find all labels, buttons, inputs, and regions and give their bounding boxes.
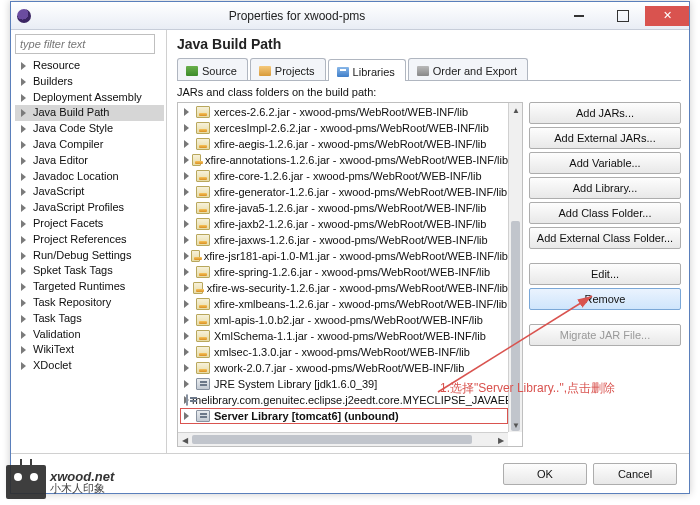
tree-item[interactable]: Targeted Runtimes [15,279,164,295]
expand-icon[interactable] [182,187,192,197]
list-row[interactable]: xfire-jaxb2-1.2.6.jar - xwood-pms/WebRoo… [180,216,508,232]
category-tree[interactable]: ResourceBuildersDeployment AssemblyJava … [13,58,164,374]
expand-icon[interactable] [182,315,192,325]
list-row[interactable]: xfire-jsr181-api-1.0-M1.jar - xwood-pms/… [180,248,508,264]
tree-item[interactable]: Javadoc Location [15,169,164,185]
tab-source[interactable]: Source [177,58,248,80]
expand-icon[interactable] [182,203,192,213]
expand-icon[interactable] [182,123,192,133]
list-row[interactable]: XmlSchema-1.1.jar - xwood-pms/WebRoot/WE… [180,328,508,344]
add-class-folder-button[interactable]: Add Class Folder... [529,202,681,224]
list-row[interactable]: xfire-aegis-1.2.6.jar - xwood-pms/WebRoo… [180,136,508,152]
expand-icon[interactable] [182,267,192,277]
expand-icon[interactable] [182,347,192,357]
tree-item[interactable]: Resource [15,58,164,74]
list-row[interactable]: xerces-2.6.2.jar - xwood-pms/WebRoot/WEB… [180,104,508,120]
jar-icon [196,106,210,118]
vscroll-thumb[interactable] [511,221,520,431]
tree-item[interactable]: Task Repository [15,295,164,311]
scroll-right-icon[interactable]: ▶ [494,433,508,447]
tab-projects[interactable]: Projects [250,58,326,80]
tree-item[interactable]: Spket Task Tags [15,263,164,279]
edit-button[interactable]: Edit... [529,263,681,285]
tree-item[interactable]: Builders [15,74,164,90]
list-row[interactable]: melibrary.com.genuitec.eclipse.j2eedt.co… [180,392,508,408]
vertical-scrollbar[interactable]: ▲ ▼ [508,103,522,432]
expand-icon[interactable] [182,251,187,261]
library-icon [186,394,188,406]
horizontal-scrollbar[interactable]: ◀ ▶ [178,432,508,446]
maximize-button[interactable] [601,6,645,26]
list-row[interactable]: xwork-2.0.7.jar - xwood-pms/WebRoot/WEB-… [180,360,508,376]
jar-icon [196,122,210,134]
expand-icon[interactable] [182,107,192,117]
tree-item[interactable]: Validation [15,327,164,343]
list-row[interactable]: xfire-core-1.2.6.jar - xwood-pms/WebRoot… [180,168,508,184]
add-external-class-folder-button[interactable]: Add External Class Folder... [529,227,681,249]
expand-icon[interactable] [182,171,192,181]
list-row-label: xfire-core-1.2.6.jar - xwood-pms/WebRoot… [214,170,482,182]
filter-input[interactable] [15,34,155,54]
tree-item[interactable]: JavaScript [15,184,164,200]
list-row[interactable]: xfire-xmlbeans-1.2.6.jar - xwood-pms/Web… [180,296,508,312]
expand-icon[interactable] [182,299,192,309]
scroll-down-icon[interactable]: ▼ [509,418,523,432]
window-title: Properties for xwood-pms [37,9,557,23]
list-row-label: xerces-2.6.2.jar - xwood-pms/WebRoot/WEB… [214,106,468,118]
tree-item[interactable]: Project Facets [15,216,164,232]
tree-item[interactable]: WikiText [15,342,164,358]
tree-item[interactable]: Project References [15,232,164,248]
tree-item[interactable]: Java Editor [15,153,164,169]
tree-item[interactable]: JavaScript Profiles [15,200,164,216]
action-button-column: Add JARs...Add External JARs...Add Varia… [529,102,681,447]
expand-icon[interactable] [182,219,192,229]
list-row[interactable]: xercesImpl-2.6.2.jar - xwood-pms/WebRoot… [180,120,508,136]
tab-libraries[interactable]: Libraries [328,59,406,81]
list-row[interactable]: xfire-generator-1.2.6.jar - xwood-pms/We… [180,184,508,200]
list-row-label: xfire-ws-security-1.2.6.jar - xwood-pms/… [207,282,508,294]
tree-item[interactable]: XDoclet [15,358,164,374]
tree-item[interactable]: Java Build Path [15,105,164,121]
tab-order-and-export[interactable]: Order and Export [408,58,528,80]
expand-icon[interactable] [182,283,189,293]
list-row[interactable]: xfire-spring-1.2.6.jar - xwood-pms/WebRo… [180,264,508,280]
list-row[interactable]: xfire-ws-security-1.2.6.jar - xwood-pms/… [180,280,508,296]
scroll-up-icon[interactable]: ▲ [509,103,523,117]
expand-icon[interactable] [182,155,188,165]
jar-list[interactable]: xerces-2.6.2.jar - xwood-pms/WebRoot/WEB… [178,103,508,432]
remove-button[interactable]: Remove [529,288,681,310]
list-row[interactable]: xmlsec-1.3.0.jar - xwood-pms/WebRoot/WEB… [180,344,508,360]
add-library-button[interactable]: Add Library... [529,177,681,199]
list-row[interactable]: Server Library [tomcat6] (unbound) [180,408,508,424]
expand-icon[interactable] [182,139,192,149]
tree-item[interactable]: Deployment Assembly [15,90,164,106]
jar-icon [196,138,210,150]
tree-item[interactable]: Task Tags [15,311,164,327]
expand-icon[interactable] [182,379,192,389]
add-variable-button[interactable]: Add Variable... [529,152,681,174]
ok-button[interactable]: OK [503,463,587,485]
tree-item[interactable]: Run/Debug Settings [15,248,164,264]
list-row[interactable]: xfire-jaxws-1.2.6.jar - xwood-pms/WebRoo… [180,232,508,248]
hscroll-thumb[interactable] [192,435,472,444]
list-row[interactable]: xml-apis-1.0.b2.jar - xwood-pms/WebRoot/… [180,312,508,328]
tree-item[interactable]: Java Code Style [15,121,164,137]
expand-icon[interactable] [182,235,192,245]
add-jars-button[interactable]: Add JARs... [529,102,681,124]
migrate-jar-file-button[interactable]: Migrate JAR File... [529,324,681,346]
jar-icon [196,186,210,198]
add-external-jars-button[interactable]: Add External JARs... [529,127,681,149]
list-row-label: XmlSchema-1.1.jar - xwood-pms/WebRoot/WE… [214,330,486,342]
list-row[interactable]: xfire-java5-1.2.6.jar - xwood-pms/WebRoo… [180,200,508,216]
expand-icon[interactable] [182,411,192,421]
close-button[interactable] [645,6,689,26]
tab-label: Libraries [353,66,395,78]
expand-icon[interactable] [182,331,192,341]
minimize-button[interactable] [557,6,601,26]
list-row[interactable]: JRE System Library [jdk1.6.0_39] [180,376,508,392]
cancel-button[interactable]: Cancel [593,463,677,485]
scroll-left-icon[interactable]: ◀ [178,433,192,447]
expand-icon[interactable] [182,363,192,373]
tree-item[interactable]: Java Compiler [15,137,164,153]
list-row[interactable]: xfire-annotations-1.2.6.jar - xwood-pms/… [180,152,508,168]
